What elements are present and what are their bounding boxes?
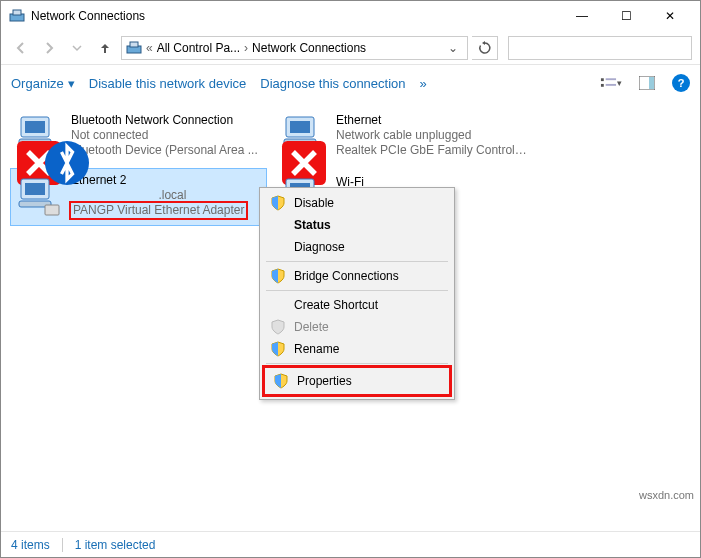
help-button[interactable]: ?: [672, 74, 690, 92]
ctx-properties[interactable]: Properties: [265, 370, 449, 392]
diagnose-button[interactable]: Diagnose this connection: [260, 76, 405, 91]
ctx-label: Rename: [294, 342, 339, 356]
ctx-bridge[interactable]: Bridge Connections: [262, 265, 452, 287]
crumb-sep: «: [146, 41, 153, 55]
status-separator: [62, 538, 63, 552]
ctx-diagnose[interactable]: Diagnose: [262, 236, 452, 258]
chevron-down-icon: ▾: [617, 78, 622, 88]
bluetooth-icon: [43, 141, 59, 157]
status-bar: 4 items 1 item selected: [1, 531, 700, 557]
navigation-row: « All Control Pa... › Network Connection…: [1, 31, 700, 65]
connection-name: Ethernet 2: [71, 173, 246, 188]
connection-icon: [15, 175, 63, 219]
window-controls: — ☐ ✕: [560, 1, 692, 31]
connection-bluetooth[interactable]: Bluetooth Network Connection Not connect…: [11, 107, 266, 163]
ctx-label: Delete: [294, 320, 329, 334]
connection-device-highlight: PANGP Virtual Ethernet Adapter: [71, 203, 246, 222]
connection-name: Ethernet: [336, 113, 527, 128]
search-input[interactable]: [508, 36, 692, 60]
ctx-label: Bridge Connections: [294, 269, 399, 283]
app-icon: [9, 8, 25, 24]
svg-rect-1: [13, 10, 21, 15]
menu-separator: [266, 290, 448, 291]
title-bar: Network Connections — ☐ ✕: [1, 1, 700, 31]
back-button[interactable]: [9, 36, 33, 60]
connection-ethernet[interactable]: Ethernet Network cable unplugged Realtek…: [276, 107, 531, 163]
crumb-sep: ›: [244, 41, 248, 55]
connection-device: Realtek PCIe GbE Family Controller: [336, 143, 527, 158]
ctx-delete: Delete: [262, 316, 452, 338]
ctx-status[interactable]: Status: [262, 214, 452, 236]
network-folder-icon: [126, 40, 142, 56]
status-item-count: 4 items: [11, 538, 50, 552]
ctx-disable[interactable]: Disable: [262, 192, 452, 214]
context-menu: Disable Status Diagnose Bridge Connectio…: [259, 187, 455, 400]
svg-rect-3: [130, 42, 138, 47]
ctx-label: Properties: [297, 374, 352, 388]
connection-status: .local: [71, 188, 246, 203]
ctx-properties-highlight: Properties: [262, 365, 452, 397]
connection-name: Bluetooth Network Connection: [71, 113, 258, 128]
svg-rect-6: [606, 78, 616, 80]
shield-icon: [270, 319, 286, 335]
svg-rect-5: [601, 84, 604, 87]
svg-rect-16: [290, 121, 310, 133]
ctx-label: Disable: [294, 196, 334, 210]
shield-icon: [270, 341, 286, 357]
crumb-control-panel[interactable]: All Control Pa...: [157, 41, 240, 55]
breadcrumb[interactable]: « All Control Pa... › Network Connection…: [121, 36, 468, 60]
connection-status: Not connected: [71, 128, 258, 143]
shield-icon: [270, 195, 286, 211]
refresh-button[interactable]: [472, 36, 498, 60]
shield-icon: [273, 373, 289, 389]
ctx-label: Create Shortcut: [294, 298, 378, 312]
ctx-label: Status: [294, 218, 331, 232]
disconnected-icon: [280, 141, 296, 157]
svg-rect-11: [25, 121, 45, 133]
recent-button[interactable]: [65, 36, 89, 60]
ctx-create-shortcut[interactable]: Create Shortcut: [262, 294, 452, 316]
close-button[interactable]: ✕: [648, 1, 692, 31]
crumb-network-connections[interactable]: Network Connections: [252, 41, 366, 55]
organize-menu[interactable]: Organize▾: [11, 76, 75, 91]
chevron-down-icon: ▾: [68, 76, 75, 91]
connection-status: Network cable unplugged: [336, 128, 527, 143]
up-button[interactable]: [93, 36, 117, 60]
content-area: Bluetooth Network Connection Not connect…: [1, 101, 700, 531]
organize-label: Organize: [11, 76, 64, 91]
forward-button[interactable]: [37, 36, 61, 60]
toolbar-overflow[interactable]: »: [420, 76, 427, 91]
svg-rect-4: [601, 78, 604, 81]
maximize-button[interactable]: ☐: [604, 1, 648, 31]
watermark: wsxdn.com: [639, 489, 694, 501]
svg-rect-23: [45, 205, 59, 215]
menu-separator: [266, 363, 448, 364]
window-title: Network Connections: [31, 9, 145, 23]
disable-device-button[interactable]: Disable this network device: [89, 76, 247, 91]
crumb-dropdown[interactable]: ⌄: [443, 41, 463, 55]
ctx-label: Diagnose: [294, 240, 345, 254]
shield-icon: [270, 268, 286, 284]
svg-rect-21: [25, 183, 45, 195]
connection-device: PANGP Virtual Ethernet Adapter: [71, 203, 246, 218]
svg-rect-7: [606, 84, 616, 86]
connection-device: Bluetooth Device (Personal Area ...: [71, 143, 258, 158]
toolbar: Organize▾ Disable this network device Di…: [1, 65, 700, 101]
connection-icon: [280, 113, 328, 157]
view-options-button[interactable]: ▾: [600, 73, 622, 93]
menu-separator: [266, 261, 448, 262]
disconnected-icon: [15, 141, 31, 157]
svg-rect-9: [649, 77, 654, 89]
status-selected-count: 1 item selected: [75, 538, 156, 552]
minimize-button[interactable]: —: [560, 1, 604, 31]
preview-pane-button[interactable]: [636, 73, 658, 93]
ctx-rename[interactable]: Rename: [262, 338, 452, 360]
connection-icon: [15, 113, 63, 157]
connection-ethernet2[interactable]: Ethernet 2 .local PANGP Virtual Ethernet…: [11, 169, 266, 225]
